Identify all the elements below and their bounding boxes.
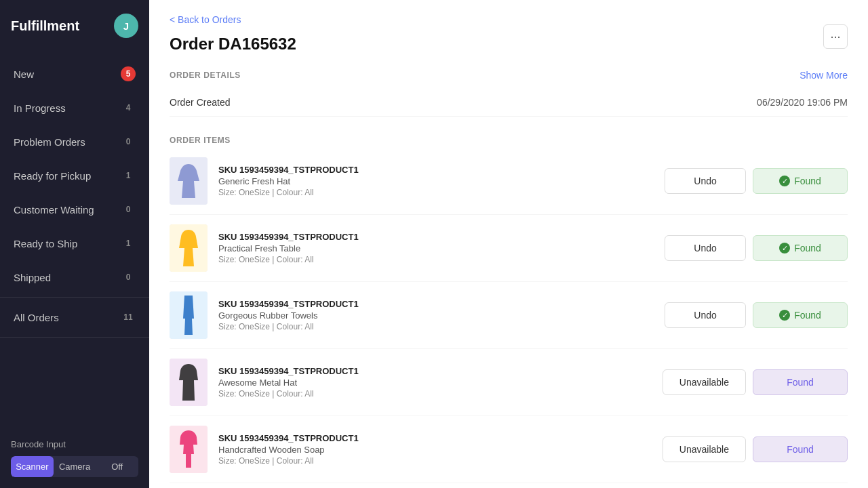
ellipsis-icon: ··· <box>830 30 840 44</box>
item-info: SKU 1593459394_TSTPRODUCT1 Handcrafted W… <box>218 433 663 466</box>
sidebar-item-label: Customer Waiting <box>14 204 94 216</box>
sidebar-item-all-orders[interactable]: All Orders 11 <box>0 300 149 334</box>
sidebar-item-problem-orders[interactable]: Problem Orders 0 <box>0 125 149 159</box>
item-info: SKU 1593459394_TSTPRODUCT1 Awesome Metal… <box>218 366 663 399</box>
order-item: SKU 1593459394_TSTPRODUCT1 Gorgeous Rubb… <box>170 282 848 349</box>
item-name: Generic Fresh Hat <box>218 176 665 186</box>
nav-badge-ready-ship: 1 <box>121 236 136 251</box>
order-items-section: ORDER ITEMS SKU 1593459394_TSTPRODUCT1 G… <box>170 136 848 488</box>
undo-button[interactable]: Undo <box>665 302 746 328</box>
sidebar: Fulfillment J New 5 In Progress 4 Proble… <box>0 0 149 488</box>
item-image <box>170 157 208 205</box>
barcode-label: Barcode Input <box>11 439 138 449</box>
sidebar-item-shipped[interactable]: Shipped 0 <box>0 260 149 294</box>
order-details-header: ORDER DETAILS Show More <box>170 70 848 81</box>
nav-badge-new: 5 <box>121 66 136 81</box>
item-attrs: Size: OneSize | Colour: All <box>218 389 663 399</box>
sidebar-item-label: Ready for Pickup <box>14 170 91 182</box>
sidebar-item-in-progress[interactable]: In Progress 4 <box>0 91 149 125</box>
found-button[interactable]: Found <box>753 436 848 462</box>
found-button[interactable]: ✓ Found <box>753 235 848 261</box>
found-button[interactable]: ✓ Found <box>753 168 848 194</box>
check-icon: ✓ <box>779 176 790 186</box>
found-label: Found <box>787 444 814 455</box>
sidebar-item-label: Problem Orders <box>14 136 85 148</box>
page-title: Order DA165632 <box>170 35 296 54</box>
sidebar-item-customer-waiting[interactable]: Customer Waiting 0 <box>0 192 149 226</box>
nav-section: New 5 In Progress 4 Problem Orders 0 Rea… <box>0 52 149 428</box>
found-label: Found <box>794 176 821 186</box>
order-item: SKU 1593459394_TSTPRODUCT1 Sleek Fresh M… <box>170 483 848 488</box>
order-item: SKU 1593459394_TSTPRODUCT1 Generic Fresh… <box>170 148 848 215</box>
sidebar-item-label: New <box>14 68 34 80</box>
item-actions: Unavailable Found <box>663 369 848 395</box>
item-image <box>170 291 208 339</box>
sidebar-item-ready-for-pickup[interactable]: Ready for Pickup 1 <box>0 159 149 192</box>
barcode-scanner-btn[interactable]: Scanner <box>11 456 54 477</box>
item-sku: SKU 1593459394_TSTPRODUCT1 <box>218 299 665 309</box>
item-sku: SKU 1593459394_TSTPRODUCT1 <box>218 232 665 242</box>
item-info: SKU 1593459394_TSTPRODUCT1 Practical Fre… <box>218 232 665 264</box>
nav-badge-shipped: 0 <box>121 270 136 285</box>
sidebar-item-label: Shipped <box>14 272 51 283</box>
check-icon: ✓ <box>779 310 790 321</box>
item-sku: SKU 1593459394_TSTPRODUCT1 <box>218 433 663 443</box>
sidebar-item-ready-to-ship[interactable]: Ready to Ship 1 <box>0 226 149 260</box>
item-sku: SKU 1593459394_TSTPRODUCT1 <box>218 366 663 376</box>
sidebar-header: Fulfillment J <box>0 0 149 52</box>
nav-badge-all-orders: 11 <box>121 310 136 325</box>
found-label: Found <box>787 377 814 388</box>
avatar: J <box>114 14 138 38</box>
order-detail-created: Order Created 06/29/2020 19:06 PM <box>170 89 848 117</box>
item-info: SKU 1593459394_TSTPRODUCT1 Gorgeous Rubb… <box>218 299 665 331</box>
item-name: Gorgeous Rubber Towels <box>218 310 665 321</box>
nav-badge-in-progress: 4 <box>121 100 136 115</box>
order-created-value: 06/29/2020 19:06 PM <box>757 97 848 108</box>
order-item: SKU 1593459394_TSTPRODUCT1 Handcrafted W… <box>170 416 848 483</box>
item-actions: Undo ✓ Found <box>665 302 848 328</box>
item-attrs: Size: OneSize | Colour: All <box>218 188 665 197</box>
item-info: SKU 1593459394_TSTPRODUCT1 Generic Fresh… <box>218 165 665 197</box>
nav-badge-ready-pickup: 1 <box>121 168 136 183</box>
order-created-label: Order Created <box>170 97 230 108</box>
item-attrs: Size: OneSize | Colour: All <box>218 456 663 466</box>
nav-badge-problem-orders: 0 <box>121 134 136 149</box>
item-actions: Undo ✓ Found <box>665 235 848 261</box>
item-actions: Unavailable Found <box>663 436 848 462</box>
sidebar-item-label: In Progress <box>14 102 66 114</box>
sidebar-item-label: Ready to Ship <box>14 238 77 249</box>
item-image <box>170 359 208 406</box>
item-name: Practical Fresh Table <box>218 243 665 253</box>
unavailable-button[interactable]: Unavailable <box>663 369 746 395</box>
order-items-label: ORDER ITEMS <box>170 136 848 145</box>
sidebar-item-new[interactable]: New 5 <box>0 57 149 91</box>
item-image <box>170 224 208 272</box>
unavailable-button[interactable]: Unavailable <box>663 436 746 462</box>
app-title: Fulfillment <box>11 18 79 34</box>
item-name: Awesome Metal Hat <box>218 378 663 388</box>
barcode-toggle: Scanner Camera Off <box>11 456 138 477</box>
check-icon: ✓ <box>779 243 790 253</box>
nav-badge-customer-waiting: 0 <box>121 202 136 217</box>
barcode-off-btn[interactable]: Off <box>96 456 138 477</box>
main-content: < Back to Orders Order DA165632 ··· ORDE… <box>149 0 868 488</box>
options-button[interactable]: ··· <box>823 24 848 49</box>
order-item: SKU 1593459394_TSTPRODUCT1 Practical Fre… <box>170 215 848 282</box>
item-attrs: Size: OneSize | Colour: All <box>218 255 665 264</box>
item-attrs: Size: OneSize | Colour: All <box>218 322 665 331</box>
item-actions: Undo ✓ Found <box>665 168 848 194</box>
order-item: SKU 1593459394_TSTPRODUCT1 Awesome Metal… <box>170 349 848 416</box>
found-button[interactable]: Found <box>753 369 848 395</box>
found-label: Found <box>794 243 821 253</box>
barcode-camera-btn[interactable]: Camera <box>54 456 96 477</box>
item-image <box>170 426 208 473</box>
undo-button[interactable]: Undo <box>665 168 746 194</box>
back-link[interactable]: < Back to Orders <box>170 14 241 25</box>
order-details-label: ORDER DETAILS <box>170 70 241 80</box>
undo-button[interactable]: Undo <box>665 235 746 261</box>
sidebar-item-label: All Orders <box>14 312 59 323</box>
found-label: Found <box>794 310 821 321</box>
barcode-section: Barcode Input Scanner Camera Off <box>0 428 149 488</box>
found-button[interactable]: ✓ Found <box>753 302 848 328</box>
show-more-link[interactable]: Show More <box>800 70 848 81</box>
